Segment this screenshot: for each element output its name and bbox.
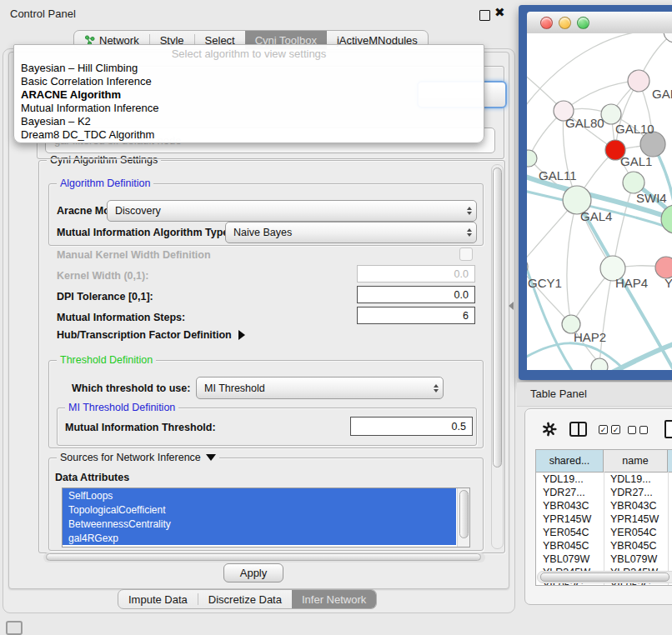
cell: YBR043C: [604, 500, 668, 512]
table-window: ✓ ✓ shared... name YDL19...: [524, 408, 672, 605]
network-graph: GAL GAL80 GAL10 GAL1 GAL11 SWI4 GAL4 GCY…: [527, 33, 672, 370]
node-gal11[interactable]: [527, 150, 537, 167]
algorithm-definition-title: Algorithm Definition: [57, 178, 153, 189]
minimize-window-button[interactable]: [559, 17, 571, 29]
list-item-gal4rgexp[interactable]: gal4RGexp: [63, 531, 456, 545]
cell: 9.: [668, 513, 672, 525]
settings-scrollbar-thumb[interactable]: [493, 168, 502, 468]
hub-definition-expander[interactable]: Hub/Transcription Factor Definition: [57, 329, 245, 341]
cell: YER054C: [536, 527, 604, 538]
data-attributes-label: Data Attributes: [55, 472, 129, 483]
popup-item-bayesian-hill-climbing[interactable]: Bayesian – Hill Climbing: [21, 62, 138, 74]
column-header-cut[interactable]: [668, 450, 672, 472]
table-toolbar: ✓ ✓: [525, 416, 672, 444]
table-row[interactable]: YBR045C YBR045C 9.: [536, 539, 672, 552]
node[interactable]: [591, 358, 608, 370]
mi-steps-field[interactable]: 6: [357, 307, 475, 324]
cell: YBL079W: [604, 553, 668, 565]
algorithm-popup: Select algorithm to view settings Bayesi…: [13, 44, 484, 143]
tab-impute-data[interactable]: Impute Data: [118, 590, 198, 608]
mi-threshold-field[interactable]: 0.5: [350, 417, 473, 436]
table-scrollbar-thumb[interactable]: [540, 572, 669, 582]
close-window-button[interactable]: [540, 17, 553, 29]
split-panel-icon[interactable]: [569, 422, 587, 437]
cell: YBR043C: [536, 500, 604, 512]
settings-vertical-scrollbar[interactable]: [491, 164, 504, 549]
popup-item-bayesian-k2[interactable]: Bayesian – K2: [21, 115, 91, 128]
network-window-titlebar[interactable]: [527, 12, 672, 34]
mi-steps-label: Mutual Information Steps:: [57, 312, 185, 323]
table-row[interactable]: YDL19... YDL19... 13: [536, 472, 672, 486]
apply-button[interactable]: Apply: [223, 563, 283, 582]
table-row[interactable]: YDR27... YDR27... 12: [536, 486, 672, 499]
list-item-betweennesscentrality[interactable]: BetweennessCentrality: [63, 517, 456, 531]
manual-kernel-width-label: Manual Kernel Width Definition: [57, 249, 211, 261]
table-rows: YDL19... YDL19... 13 YDR27... YDR27... 1…: [536, 472, 672, 586]
table-horizontal-scrollbar[interactable]: [537, 571, 672, 583]
stepper-arrows: [467, 201, 472, 221]
kernel-width-field[interactable]: 0.0: [357, 265, 475, 282]
mi-algorithm-type-combobox[interactable]: Naive Bayes: [225, 222, 477, 243]
node-gal-pink[interactable]: [628, 70, 649, 92]
select-all-checks-icon[interactable]: ✓ ✓: [599, 425, 620, 434]
table-row[interactable]: YBR043C YBR043C: [536, 499, 672, 512]
cell: YER054C: [604, 527, 668, 538]
sources-group-title[interactable]: Sources for Network Inference: [57, 452, 219, 463]
list-item-selfloops[interactable]: SelfLoops: [63, 488, 456, 502]
dpi-tolerance-label: DPI Tolerance [0,1]:: [57, 291, 153, 302]
cell: 9.: [668, 540, 672, 552]
column-header-name[interactable]: name: [604, 450, 668, 472]
table-bottom-border: [535, 585, 672, 586]
new-table-icon[interactable]: [664, 420, 672, 438]
node-label: HAP4: [615, 276, 648, 290]
table-row[interactable]: YPR145W YPR145W 9.: [536, 512, 672, 526]
tab-discretize-data-label: Discretize Data: [208, 593, 282, 606]
tab-infer-network[interactable]: Infer Network: [292, 590, 376, 608]
popup-item-aracne[interactable]: ARACNE Algorithm: [21, 88, 121, 101]
node-label: SWI4: [636, 191, 667, 205]
manual-kernel-width-checkbox[interactable]: [459, 248, 473, 261]
popup-item-mutual-information[interactable]: Mutual Information Inference: [21, 102, 158, 114]
kernel-width-label: Kernel Width (0,1):: [57, 270, 148, 282]
network-view-window[interactable]: GAL GAL80 GAL10 GAL1 GAL11 SWI4 GAL4 GCY…: [519, 5, 672, 380]
settings-horizontal-scrollbar[interactable]: [43, 552, 485, 562]
popup-item-dream8[interactable]: Dream8 DC_TDC Algorithm: [21, 128, 154, 141]
node-green-large[interactable]: [661, 205, 672, 233]
divider-collapse-handle[interactable]: [509, 302, 514, 310]
stepper-arrows: [467, 222, 472, 242]
cell: 12: [668, 487, 672, 498]
table-panel-title: Table Panel: [530, 388, 587, 400]
float-window-button[interactable]: [479, 10, 490, 21]
gear-icon[interactable]: [541, 421, 558, 438]
mi-threshold-definition-title: MI Threshold Definition: [65, 402, 178, 413]
list-scrollbar-thumb[interactable]: [459, 490, 469, 538]
tab-discretize-data[interactable]: Discretize Data: [198, 590, 292, 608]
bottom-tabbar: Impute Data Discretize Data Infer Networ…: [118, 589, 377, 609]
dpi-tolerance-field[interactable]: 0.0: [357, 286, 475, 303]
aracne-mode-combobox[interactable]: Discovery: [107, 200, 477, 222]
cell: 13: [668, 473, 672, 485]
which-threshold-combobox[interactable]: MI Threshold: [196, 377, 444, 399]
node-label: GAL10: [615, 122, 654, 136]
expander-arrow-icon: [238, 330, 245, 340]
network-canvas[interactable]: GAL GAL80 GAL10 GAL1 GAL11 SWI4 GAL4 GCY…: [527, 33, 672, 370]
list-item-topologicalcoefficient[interactable]: TopologicalCoefficient: [63, 502, 456, 517]
which-threshold-value: MI Threshold: [204, 378, 265, 398]
zoom-window-button[interactable]: [577, 17, 589, 29]
node-label: GAL4: [580, 209, 612, 223]
which-threshold-label: Which threshold to use:: [72, 382, 190, 394]
node-table: shared... name YDL19... YDL19... 13 YDR2…: [535, 449, 672, 586]
list-vertical-scrollbar[interactable]: [457, 488, 469, 547]
horizontal-scrollbar-thumb[interactable]: [46, 553, 481, 561]
table-row[interactable]: YBL079W YBL079W: [536, 552, 672, 566]
collapse-arrow-icon: [206, 454, 216, 461]
cell: YDR27...: [604, 487, 668, 498]
dock-widget-icon[interactable]: [6, 621, 23, 635]
close-panel-button[interactable]: ✖: [494, 5, 505, 20]
column-header-shared-name[interactable]: shared...: [536, 450, 604, 472]
cell: YBL079W: [536, 553, 604, 565]
deselect-all-checks-icon[interactable]: [628, 426, 648, 434]
table-row[interactable]: YER054C YER054C 8.: [536, 526, 672, 539]
cell: YDL19...: [536, 473, 604, 485]
popup-item-basic-correlation[interactable]: Basic Correlation Inference: [21, 75, 152, 88]
